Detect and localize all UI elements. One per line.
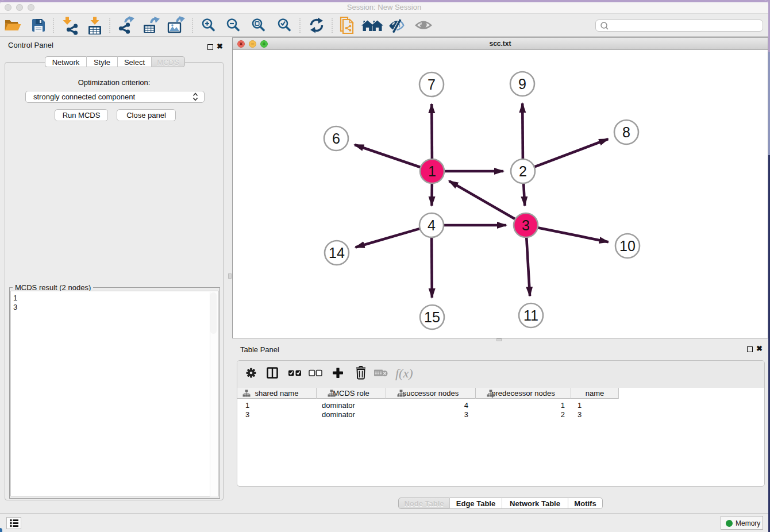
svg-text:4: 4	[428, 217, 436, 233]
svg-text:15: 15	[424, 309, 440, 325]
svg-text:1: 1	[428, 163, 436, 179]
svg-text:14: 14	[329, 245, 345, 261]
svg-text:3: 3	[522, 217, 530, 233]
svg-text:7: 7	[428, 76, 436, 92]
svg-text:6: 6	[332, 130, 340, 147]
svg-text:8: 8	[622, 124, 630, 140]
svg-text:10: 10	[619, 238, 636, 254]
svg-text:9: 9	[518, 76, 526, 92]
svg-text:2: 2	[519, 163, 527, 179]
svg-text:f(x): f(x)	[395, 366, 413, 380]
svg-text:11: 11	[523, 307, 538, 323]
